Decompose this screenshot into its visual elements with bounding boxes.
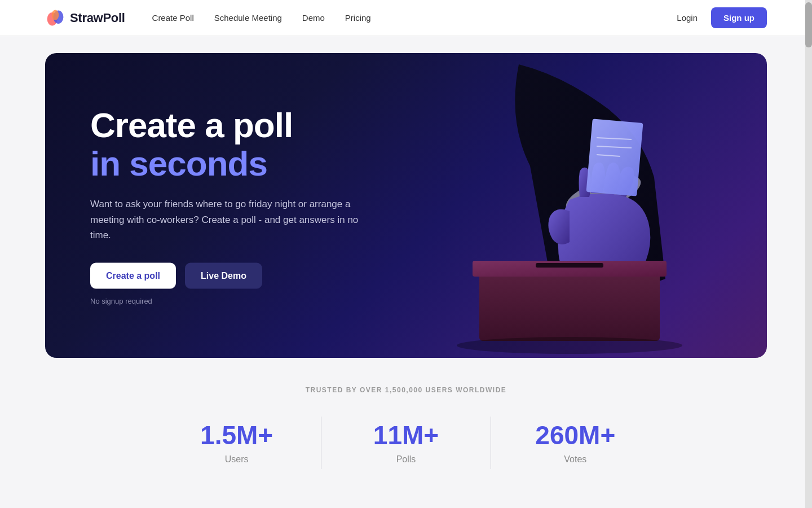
- svg-rect-8: [479, 268, 660, 341]
- stat-polls-number: 11M+: [339, 421, 472, 450]
- nav-schedule-meeting[interactable]: Schedule Meeting: [214, 13, 282, 23]
- scrollbar[interactable]: [805, 0, 812, 508]
- stat-users-number: 1.5M+: [170, 421, 303, 450]
- no-signup-text: No signup required: [90, 296, 361, 305]
- nav-pricing[interactable]: Pricing: [345, 13, 371, 23]
- hero-title-white: Create a poll: [90, 106, 361, 144]
- stat-users-label: Users: [170, 454, 303, 465]
- hero-create-poll-button[interactable]: Create a poll: [90, 262, 176, 288]
- stat-polls: 11M+ Polls: [321, 412, 490, 474]
- nav-right: Login Sign up: [677, 7, 767, 28]
- scrollbar-thumb[interactable]: [805, 2, 812, 47]
- stat-users: 1.5M+ Users: [152, 412, 321, 474]
- navbar: StrawPoll Create Poll Schedule Meeting D…: [0, 0, 812, 36]
- nav-create-poll[interactable]: Create Poll: [152, 13, 194, 23]
- hero-content: Create a poll in seconds Want to ask you…: [90, 106, 361, 305]
- svg-point-11: [457, 337, 682, 354]
- hero-subtitle: Want to ask your friends where to go fri…: [90, 196, 361, 243]
- logo-link[interactable]: StrawPoll: [45, 8, 125, 28]
- hero-title-blue: in seconds: [90, 144, 361, 183]
- nav-demo[interactable]: Demo: [302, 13, 325, 23]
- stat-votes-number: 260M+: [509, 421, 642, 450]
- hero-illustration: [406, 64, 733, 358]
- hero-live-demo-button[interactable]: Live Demo: [185, 262, 262, 288]
- stats-section: TRUSTED BY OVER 1,500,000 USERS WORLDWID…: [0, 358, 812, 496]
- stat-votes-label: Votes: [509, 454, 642, 465]
- logo-icon: [45, 8, 65, 28]
- svg-point-2: [52, 10, 59, 20]
- svg-rect-10: [536, 263, 603, 268]
- logo-text: StrawPoll: [70, 11, 125, 25]
- stats-grid: 1.5M+ Users 11M+ Polls 260M+ Votes: [152, 412, 660, 474]
- svg-rect-4: [586, 119, 643, 196]
- hero-buttons: Create a poll Live Demo: [90, 262, 361, 288]
- login-button[interactable]: Login: [677, 13, 698, 23]
- nav-links: Create Poll Schedule Meeting Demo Pricin…: [152, 13, 677, 23]
- hero-section: Create a poll in seconds Want to ask you…: [45, 53, 767, 358]
- signup-button[interactable]: Sign up: [711, 7, 767, 28]
- trusted-text: TRUSTED BY OVER 1,500,000 USERS WORLDWID…: [45, 386, 767, 394]
- stat-votes: 260M+ Votes: [491, 412, 660, 474]
- stat-polls-label: Polls: [339, 454, 472, 465]
